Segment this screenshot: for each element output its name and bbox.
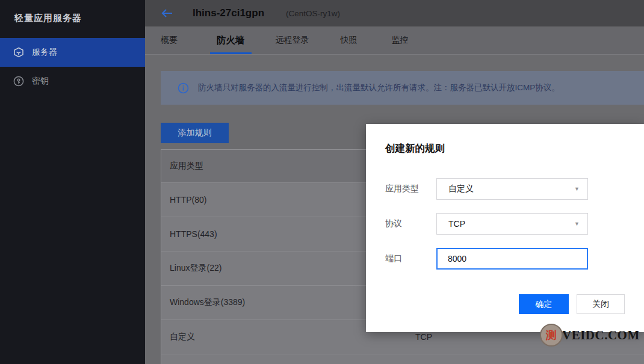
- firewall-info-banner: 防火墙只对服务器的入流量进行控制，出流量默认允许所有请求。注：服务器已默认开放I…: [161, 71, 644, 105]
- confirm-button[interactable]: 确定: [519, 294, 569, 314]
- watermark: 测 VEIDC.COM: [540, 324, 640, 347]
- create-rule-modal: 创建新的规则 应用类型 自定义 ▼ 协议 TCP ▼ 端口 确定 关闭: [366, 124, 644, 332]
- close-button[interactable]: 关闭: [577, 294, 625, 314]
- tab-overview[interactable]: 概要: [161, 26, 178, 54]
- sidebar-item-label: 服务器: [32, 47, 57, 58]
- table-row[interactable]: [161, 354, 644, 364]
- info-icon: [178, 82, 189, 94]
- field-row-app-type: 应用类型 自定义 ▼: [385, 178, 588, 200]
- sidebar-title: 轻量应用服务器: [0, 0, 145, 24]
- banner-text: 防火墙只对服务器的入流量进行控制，出流量默认允许所有请求。注：服务器已默认开放I…: [198, 82, 560, 93]
- cell-protocol: TCP: [407, 332, 432, 342]
- sidebar-item-label: 密钥: [32, 76, 49, 87]
- field-label-protocol: 协议: [385, 218, 436, 229]
- protocol-select[interactable]: TCP ▼: [436, 213, 588, 235]
- field-row-port: 端口: [385, 248, 588, 270]
- key-icon: [13, 76, 24, 87]
- server-icon: [13, 47, 24, 58]
- tab-firewall[interactable]: 防火墙: [210, 26, 252, 54]
- tab-snapshot[interactable]: 快照: [341, 26, 358, 54]
- tab-monitor[interactable]: 监控: [392, 26, 409, 54]
- instance-name: lhins-27ci1gpn: [193, 7, 264, 19]
- chevron-down-icon: ▼: [574, 221, 580, 227]
- sidebar-item-servers[interactable]: 服务器: [0, 38, 145, 67]
- add-rule-button[interactable]: 添加规则: [161, 123, 229, 143]
- sidebar-nav: 服务器 密钥: [0, 38, 145, 96]
- modal-title: 创建新的规则: [385, 142, 445, 155]
- tab-bar: 概要 防火墙 远程登录 快照 监控: [145, 26, 644, 55]
- watermark-text: VEIDC.COM: [562, 328, 640, 343]
- instance-os-name: (CentOS-ry1w): [286, 9, 340, 18]
- page-header: lhins-27ci1gpn (CentOS-ry1w): [145, 0, 644, 26]
- field-label-app-type: 应用类型: [385, 184, 436, 194]
- port-input[interactable]: [436, 248, 588, 270]
- field-label-port: 端口: [385, 253, 436, 264]
- arrow-left-icon[interactable]: [161, 8, 173, 18]
- app-type-select-value: 自定义: [448, 184, 474, 194]
- cell-app-type: 自定义: [161, 332, 407, 342]
- field-row-protocol: 协议 TCP ▼: [385, 213, 588, 235]
- app-root: 轻量应用服务器 服务器 密钥 lhins-27ci1gpn (CentOS-ry…: [0, 0, 644, 364]
- chevron-down-icon: ▼: [574, 186, 580, 192]
- protocol-select-value: TCP: [448, 219, 465, 229]
- app-type-select[interactable]: 自定义 ▼: [436, 178, 588, 200]
- tab-remote-login[interactable]: 远程登录: [276, 26, 309, 54]
- sidebar: 轻量应用服务器 服务器 密钥: [0, 0, 145, 364]
- sidebar-item-keys[interactable]: 密钥: [0, 67, 145, 96]
- seal-icon: 测: [540, 324, 563, 347]
